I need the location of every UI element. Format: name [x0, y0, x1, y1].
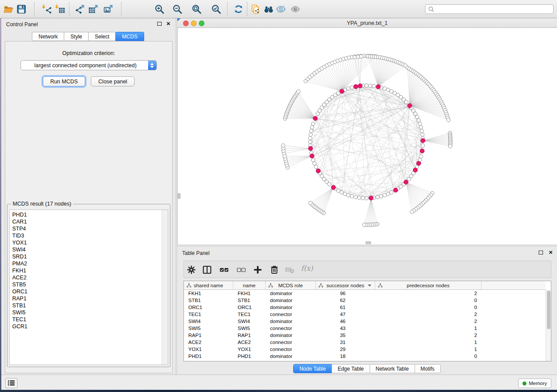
table-cell[interactable]: TEC1	[233, 311, 266, 318]
canvas-vertical-scroll-thumb[interactable]	[178, 193, 180, 199]
table-cell[interactable]: 0	[375, 297, 481, 304]
mcds-list-scrollbar[interactable]	[162, 210, 168, 364]
split-columns-icon[interactable]	[202, 265, 212, 275]
eye-icon[interactable]	[290, 4, 301, 14]
table-cell[interactable]: ORC1	[184, 304, 233, 311]
column-header-name[interactable]: name	[233, 281, 266, 290]
export-table-icon[interactable]	[88, 4, 99, 14]
tab-network-table[interactable]: Network Table	[370, 364, 415, 373]
table-cell[interactable]: STB1	[184, 297, 233, 304]
table-row[interactable]: SWI4SWI4dominator462	[184, 318, 546, 325]
table-row[interactable]: STB1STB1dominator620	[184, 297, 546, 304]
table-row[interactable]: RAP1RAP1dominator352	[184, 332, 546, 339]
search-input[interactable]	[436, 6, 550, 13]
table-cell[interactable]: 1	[375, 325, 481, 332]
mcds-result-item[interactable]: GCR1	[10, 323, 168, 330]
tab-node-table[interactable]: Node Table	[293, 364, 332, 373]
mcds-result-item[interactable]: STB5	[10, 281, 168, 288]
zoom-out-icon[interactable]	[172, 4, 183, 14]
zoom-in-icon[interactable]	[154, 4, 165, 14]
import-network-icon[interactable]	[42, 4, 52, 14]
zoom-selected-icon[interactable]	[211, 4, 221, 14]
mcds-result-item[interactable]: FKH1	[10, 267, 168, 274]
table-cell[interactable]: 0	[375, 304, 481, 311]
table-cell[interactable]: connector	[266, 311, 316, 318]
run-mcds-button[interactable]: Run MCDS	[43, 76, 85, 86]
binoculars-icon[interactable]	[263, 4, 274, 14]
table-row[interactable]: PHD1PHD1dominator180	[184, 353, 546, 360]
import-table-icon[interactable]	[55, 4, 65, 14]
tab-edge-table[interactable]: Edge Table	[332, 364, 370, 373]
mcds-result-item[interactable]: RAP1	[10, 295, 168, 302]
mcds-result-item[interactable]: SWI5	[10, 309, 168, 316]
table-cell[interactable]: FKH1	[233, 290, 266, 297]
table-cell[interactable]: dominator	[266, 318, 316, 325]
table-cell[interactable]: 1	[375, 346, 481, 353]
table-cell[interactable]: connector	[266, 339, 316, 346]
table-row[interactable]: ACE2ACE2connector311	[184, 339, 546, 346]
mcds-result-item[interactable]: STB1	[10, 302, 168, 309]
table-cell[interactable]: dominator	[266, 332, 316, 339]
mcds-result-item[interactable]: ACE2	[10, 274, 168, 281]
close-panel-icon[interactable]: ×	[166, 19, 170, 28]
table-cell[interactable]: SWI4	[184, 318, 233, 325]
tab-network[interactable]: Network	[32, 32, 64, 41]
close-panel-button[interactable]: Close panel	[91, 76, 135, 86]
function-builder-icon[interactable]: f(x)	[301, 264, 313, 272]
mcds-result-item[interactable]: STP4	[10, 225, 168, 232]
table-cell[interactable]: 2	[375, 332, 481, 339]
tab-style[interactable]: Style	[64, 32, 89, 41]
table-cell[interactable]: RAP1	[233, 332, 266, 339]
table-cell[interactable]: 31	[316, 339, 375, 346]
float-panel-icon[interactable]	[157, 22, 162, 26]
table-cell[interactable]: 96	[316, 290, 375, 297]
float-table-panel-icon[interactable]	[539, 251, 543, 254]
table-row[interactable]: YOX1YOX1connector291	[184, 346, 546, 353]
add-column-icon[interactable]	[253, 265, 263, 275]
tab-select[interactable]: Select	[88, 32, 116, 41]
table-cell[interactable]: 43	[316, 325, 375, 332]
mcds-result-item[interactable]: TEC1	[10, 316, 168, 323]
table-cell[interactable]: connector	[266, 346, 316, 353]
table-cell[interactable]: ORC1	[233, 304, 266, 311]
table-cell[interactable]: PHD1	[184, 353, 233, 360]
table-scroll-thumb[interactable]	[547, 291, 550, 329]
table-cell[interactable]: 2	[375, 311, 481, 318]
memory-button[interactable]: Memory	[518, 378, 551, 388]
table-cell[interactable]: RAP1	[184, 332, 233, 339]
table-row[interactable]: TEC1TEC1connector472	[184, 311, 546, 318]
tab-motifs[interactable]: Motifs	[415, 364, 441, 373]
eye-slash-icon[interactable]	[276, 4, 286, 14]
table-cell[interactable]: dominator	[266, 353, 316, 360]
table-cell[interactable]: 0	[375, 353, 481, 360]
table-cell[interactable]: SWI5	[233, 325, 266, 332]
select-all-columns-icon[interactable]	[219, 265, 229, 275]
deselect-all-columns-icon[interactable]	[236, 265, 246, 275]
export-image-icon[interactable]	[103, 4, 114, 14]
table-cell[interactable]: 29	[316, 346, 375, 353]
export-network-icon[interactable]	[75, 4, 85, 14]
column-header-successor-nodes[interactable]: successor nodes	[316, 281, 375, 290]
table-row[interactable]: ORC1ORC1dominator610	[184, 304, 546, 311]
table-cell[interactable]: 2	[375, 290, 481, 297]
column-header-predecessor-nodes[interactable]: predecessor nodes	[375, 281, 481, 290]
optimization-criterion-select[interactable]: largest connected component (undirected)	[21, 60, 157, 70]
mcds-result-item[interactable]: PHD1	[10, 211, 168, 218]
table-cell[interactable]: SWI5	[184, 325, 233, 332]
table-cell[interactable]: FKH1	[184, 290, 233, 297]
table-cell[interactable]: PHD1	[233, 353, 266, 360]
table-cell[interactable]: 1	[375, 339, 481, 346]
table-cell[interactable]: SWI4	[233, 318, 266, 325]
open-folder-icon[interactable]	[3, 4, 14, 14]
mcds-result-item[interactable]: PMA2	[10, 260, 168, 267]
refresh-icon[interactable]	[233, 4, 244, 14]
gear-icon[interactable]	[186, 265, 197, 275]
table-cell[interactable]: 18	[316, 353, 375, 360]
table-row[interactable]: SWI5SWI5connector431	[184, 325, 546, 332]
table-cell[interactable]: 35	[316, 332, 375, 339]
clone-network-icon[interactable]	[250, 4, 261, 14]
table-cell[interactable]: TEC1	[184, 311, 233, 318]
table-row[interactable]: FKH1FKH1dominator962	[184, 290, 546, 297]
close-table-panel-icon[interactable]: ×	[549, 248, 553, 257]
table-scrollbar[interactable]	[546, 290, 551, 361]
